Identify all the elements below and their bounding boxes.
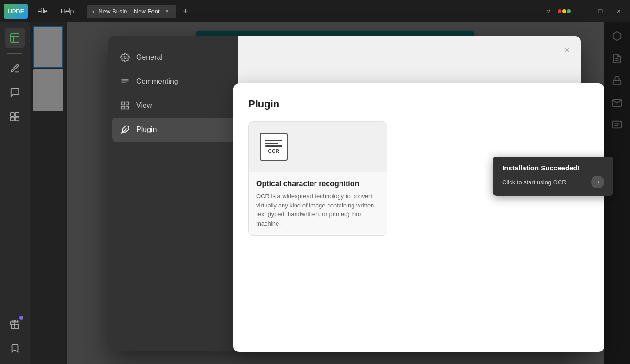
menu-help[interactable]: Help (55, 6, 80, 17)
sidebar-item-gift[interactable] (5, 314, 25, 334)
view-icon (120, 100, 131, 111)
tab-label: New Busin... New Font (98, 8, 159, 15)
gift-badge (19, 316, 23, 320)
ocr-lines (265, 140, 282, 147)
svg-rect-21 (122, 107, 125, 109)
ocr-card-desc: OCR is a widespread technology to conver… (256, 192, 379, 228)
settings-commenting[interactable]: Commenting (108, 69, 238, 94)
svg-rect-0 (11, 34, 19, 42)
minimize-button[interactable]: — (574, 4, 589, 19)
sidebar-item-reader[interactable] (5, 28, 25, 48)
general-icon (120, 52, 131, 63)
new-tab-button[interactable]: + (180, 6, 191, 17)
svg-point-15 (124, 56, 126, 59)
svg-rect-4 (15, 113, 19, 116)
tooltip-action-button[interactable]: → (591, 176, 604, 188)
tooltip-body: Click to start using OCR → (502, 176, 604, 188)
title-bar: UPDF File Help ▾ New Busin... New Font ×… (0, 0, 630, 22)
modal-overlay[interactable]: × General (30, 22, 630, 364)
settings-plugin[interactable]: Plugin (112, 118, 234, 142)
menu-file[interactable]: File (32, 6, 53, 17)
svg-rect-19 (122, 102, 125, 105)
ocr-plugin-card[interactable]: OCR Optical character recognition OCR is… (248, 121, 387, 236)
settings-view[interactable]: View (108, 94, 238, 118)
svg-rect-20 (126, 102, 129, 105)
menu-bar: File Help (32, 6, 79, 17)
maximize-button[interactable]: □ (593, 4, 608, 19)
tab-dropdown-icon: ▾ (92, 9, 94, 14)
ocr-icon: OCR (260, 133, 288, 161)
success-tooltip: Installation Succeeded! Click to start u… (493, 157, 613, 196)
ocr-line-3 (265, 145, 282, 147)
left-sidebar (0, 22, 30, 364)
view-label: View (136, 101, 152, 110)
sidebar-item-annotate[interactable] (5, 82, 25, 103)
modal-close-button[interactable]: × (561, 44, 573, 56)
app-logo: UPDF (4, 4, 28, 19)
brand-dots (558, 9, 571, 13)
plugin-dialog: Plugin OCR Optical character recognition… (233, 83, 604, 352)
sidebar-item-edit[interactable] (5, 58, 25, 79)
ocr-icon-area: OCR (249, 122, 387, 172)
commenting-label: Commenting (136, 77, 178, 86)
commenting-icon (120, 76, 131, 87)
close-button[interactable]: × (611, 4, 626, 19)
tooltip-message: Click to start using OCR (502, 179, 567, 186)
tab-close-button[interactable]: × (164, 7, 171, 15)
svg-rect-3 (11, 113, 14, 116)
plugin-label: Plugin (136, 126, 157, 134)
plugin-icon (120, 124, 131, 135)
ocr-card-body: Optical character recognition OCR is a w… (249, 172, 387, 235)
divider-2 (7, 132, 22, 132)
ocr-card-name: Optical character recognition (256, 180, 379, 188)
tab-bar: ▾ New Busin... New Font × + (87, 5, 543, 18)
active-tab[interactable]: ▾ New Busin... New Font × (87, 5, 176, 18)
svg-rect-6 (15, 117, 19, 121)
settings-general[interactable]: General (108, 45, 238, 69)
tooltip-title: Installation Succeeded! (502, 164, 604, 172)
general-label: General (136, 53, 163, 62)
ocr-line-2 (265, 143, 278, 144)
svg-rect-5 (11, 117, 14, 121)
sidebar-item-bookmark[interactable] (5, 338, 25, 358)
tab-overflow-button[interactable]: ∨ (543, 6, 554, 17)
divider-1 (7, 53, 22, 54)
settings-nav: General Commenting (108, 36, 238, 351)
plugin-dialog-title: Plugin (248, 98, 589, 110)
ocr-label: OCR (268, 149, 279, 154)
svg-rect-22 (126, 107, 129, 109)
title-bar-controls: ∨ — □ × (543, 4, 626, 19)
ocr-line-1 (265, 140, 282, 141)
sidebar-item-organize[interactable] (5, 107, 25, 127)
